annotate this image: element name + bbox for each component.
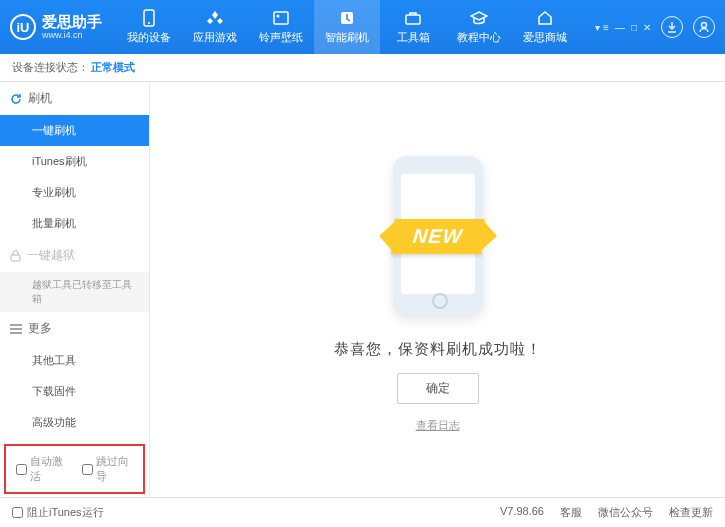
flash-icon <box>338 9 356 27</box>
svg-rect-7 <box>11 255 20 261</box>
user-button[interactable] <box>693 16 715 38</box>
phone-icon <box>140 9 158 27</box>
wechat-link[interactable]: 微信公众号 <box>598 505 653 520</box>
status-label: 设备连接状态： <box>12 60 89 75</box>
nav-label: 智能刷机 <box>325 30 369 45</box>
refresh-icon <box>10 93 22 105</box>
sidebar-options-highlighted: 自动激活 跳过向导 <box>4 444 145 494</box>
sidebar-item-other[interactable]: 其他工具 <box>0 345 149 376</box>
sidebar-item-advanced[interactable]: 高级功能 <box>0 407 149 438</box>
nav-label: 爱思商城 <box>523 30 567 45</box>
ok-button[interactable]: 确定 <box>397 373 479 404</box>
apps-icon <box>206 9 224 27</box>
sidebar-item-itunes[interactable]: iTunes刷机 <box>0 146 149 177</box>
nav-store[interactable]: 爱思商城 <box>512 0 578 54</box>
logo: iU 爱思助手 www.i4.cn <box>0 14 116 41</box>
svg-rect-2 <box>274 12 288 24</box>
close-button[interactable]: ✕ <box>643 22 651 33</box>
svg-rect-5 <box>406 15 420 24</box>
footer-right: V7.98.66 客服 微信公众号 检查更新 <box>500 505 713 520</box>
nav-label: 我的设备 <box>127 30 171 45</box>
nav-label: 工具箱 <box>397 30 430 45</box>
sidebar-item-firmware[interactable]: 下载固件 <box>0 376 149 407</box>
brand-name: 爱思助手 <box>42 14 102 31</box>
brand-site: www.i4.cn <box>42 30 102 40</box>
auto-activate-checkbox[interactable]: 自动激活 <box>16 454 68 484</box>
group-label: 更多 <box>28 320 52 337</box>
group-label: 刷机 <box>28 90 52 107</box>
success-message: 恭喜您，保资料刷机成功啦！ <box>334 340 542 359</box>
sidebar-group-more[interactable]: 更多 <box>0 312 149 345</box>
menu-icon[interactable]: ▾ ≡ <box>595 22 609 33</box>
sidebar-group-flash[interactable]: 刷机 <box>0 82 149 115</box>
nav-label: 教程中心 <box>457 30 501 45</box>
sidebar-item-oneclick[interactable]: 一键刷机 <box>0 115 149 146</box>
sidebar-item-batch[interactable]: 批量刷机 <box>0 208 149 239</box>
nav-flash[interactable]: 智能刷机 <box>314 0 380 54</box>
nav-label: 铃声壁纸 <box>259 30 303 45</box>
view-log-link[interactable]: 查看日志 <box>416 418 460 433</box>
minimize-button[interactable]: — <box>615 22 625 33</box>
success-illustration: NEW <box>358 146 518 326</box>
logo-icon: iU <box>10 14 36 40</box>
status-bar: 设备连接状态： 正常模式 <box>0 54 725 82</box>
nav-label: 应用游戏 <box>193 30 237 45</box>
lock-icon <box>10 250 21 262</box>
app-header: iU 爱思助手 www.i4.cn 我的设备 应用游戏 铃声壁纸 智能刷机 工具… <box>0 0 725 54</box>
new-ribbon: NEW <box>391 219 484 254</box>
skip-guide-checkbox[interactable]: 跳过向导 <box>82 454 134 484</box>
block-itunes-checkbox[interactable]: 阻止iTunes运行 <box>12 505 104 520</box>
support-link[interactable]: 客服 <box>560 505 582 520</box>
svg-point-1 <box>148 22 150 24</box>
download-button[interactable] <box>661 16 683 38</box>
sidebar-group-jailbreak: 一键越狱 <box>0 239 149 272</box>
svg-point-6 <box>702 23 707 28</box>
sidebar-item-pro[interactable]: 专业刷机 <box>0 177 149 208</box>
group-label: 一键越狱 <box>27 247 75 264</box>
version-label: V7.98.66 <box>500 505 544 520</box>
top-nav: 我的设备 应用游戏 铃声壁纸 智能刷机 工具箱 教程中心 爱思商城 <box>116 0 578 54</box>
status-value: 正常模式 <box>91 60 135 75</box>
toolbox-icon <box>404 9 422 27</box>
update-link[interactable]: 检查更新 <box>669 505 713 520</box>
maximize-button[interactable]: □ <box>631 22 637 33</box>
footer: 阻止iTunes运行 V7.98.66 客服 微信公众号 检查更新 <box>0 497 725 527</box>
svg-point-3 <box>277 15 280 18</box>
nav-tutorial[interactable]: 教程中心 <box>446 0 512 54</box>
window-controls: ▾ ≡ — □ ✕ <box>595 22 651 33</box>
image-icon <box>272 9 290 27</box>
nav-ringtone[interactable]: 铃声壁纸 <box>248 0 314 54</box>
nav-toolbox[interactable]: 工具箱 <box>380 0 446 54</box>
home-icon <box>536 9 554 27</box>
nav-my-device[interactable]: 我的设备 <box>116 0 182 54</box>
nav-apps[interactable]: 应用游戏 <box>182 0 248 54</box>
header-right: ▾ ≡ — □ ✕ <box>595 16 725 38</box>
sidebar: 刷机 一键刷机 iTunes刷机 专业刷机 批量刷机 一键越狱 越狱工具已转移至… <box>0 82 150 497</box>
jailbreak-note: 越狱工具已转移至工具箱 <box>0 272 149 312</box>
main-panel: NEW 恭喜您，保资料刷机成功啦！ 确定 查看日志 <box>150 82 725 497</box>
graduation-icon <box>470 9 488 27</box>
list-icon <box>10 324 22 334</box>
